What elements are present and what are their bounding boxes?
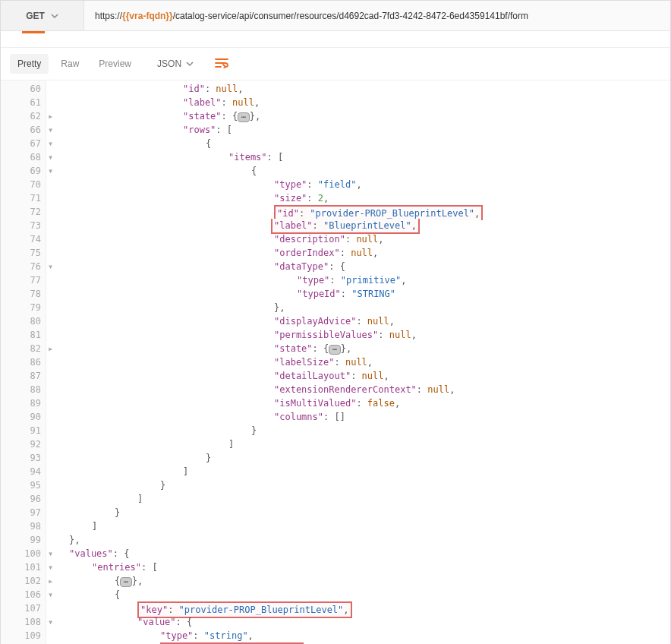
code-line: "id": "provider-PROP_BlueprintLevel", — [60, 205, 670, 219]
code-line: { — [60, 137, 670, 150]
fold-marker[interactable]: ▾ — [48, 588, 60, 601]
code-line: } — [60, 424, 670, 437]
line-number: 81 — [1, 328, 41, 342]
code-line: "state": {⋯}, — [60, 109, 670, 123]
line-number: 70 — [1, 178, 41, 191]
fold-marker[interactable]: ▸ — [48, 109, 60, 123]
fold-marker — [48, 178, 60, 191]
chevron-down-icon — [51, 12, 58, 20]
fold-marker[interactable]: ▾ — [48, 123, 60, 137]
line-number: 99 — [1, 533, 41, 547]
line-number: 88 — [1, 383, 41, 396]
fold-marker — [48, 273, 60, 287]
fold-marker — [48, 478, 60, 492]
line-number: 89 — [1, 396, 41, 410]
code-line: "values": { — [60, 547, 670, 560]
fold-marker[interactable]: ▾ — [48, 560, 60, 574]
line-number: 95 — [1, 478, 41, 492]
line-number: 79 — [1, 301, 41, 314]
active-tab-indicator — [22, 31, 45, 33]
fold-marker — [48, 506, 60, 519]
code-line: "entries": [ — [60, 560, 670, 574]
code-line: "type": "field", — [60, 178, 670, 191]
collapsed-badge[interactable]: ⋯ — [238, 112, 249, 122]
line-number: 86 — [1, 355, 41, 369]
fold-marker — [48, 219, 60, 232]
wrap-line-button[interactable] — [215, 58, 228, 71]
tab-pretty[interactable]: Pretty — [10, 54, 49, 74]
tab-preview[interactable]: Preview — [91, 54, 139, 74]
fold-marker — [48, 246, 60, 260]
collapsed-badge[interactable]: ⋯ — [329, 345, 340, 355]
line-number: 80 — [1, 314, 41, 328]
code-line: "id": null, — [60, 82, 670, 96]
line-number: 77 — [1, 273, 41, 287]
fold-marker[interactable]: ▾ — [48, 164, 60, 178]
fold-marker — [48, 191, 60, 205]
line-number-gutter: 6061626667686970717273747576777879808182… — [1, 80, 46, 644]
code-line: "label": "BlueprintLevel", — [60, 219, 670, 232]
fold-marker — [48, 301, 60, 314]
response-toolbar: Pretty Raw Preview JSON — [1, 48, 670, 80]
code-line: "value": { — [60, 615, 670, 629]
fold-marker — [48, 533, 60, 547]
line-number: 75 — [1, 246, 41, 260]
tab-strip — [1, 31, 670, 48]
fold-marker[interactable]: ▾ — [48, 137, 60, 150]
line-number: 82 — [1, 342, 41, 355]
code-line: "extensionRendererContext": null, — [60, 383, 670, 396]
request-url-input[interactable]: https://{{vra-fqdn}}/catalog-service/api… — [84, 1, 670, 30]
line-number: 101 — [1, 560, 41, 574]
line-number: 76 — [1, 260, 41, 273]
line-number: 92 — [1, 437, 41, 451]
http-method-dropdown[interactable]: GET — [1, 1, 84, 30]
fold-marker — [48, 96, 60, 109]
fold-marker — [48, 396, 60, 410]
fold-marker[interactable]: ▾ — [48, 615, 60, 629]
code-content[interactable]: "id": null,"label": null,"state": {⋯},"r… — [60, 80, 670, 644]
line-number: 93 — [1, 451, 41, 465]
fold-marker[interactable]: ▸ — [48, 342, 60, 355]
fold-marker — [48, 82, 60, 96]
collapsed-badge[interactable]: ⋯ — [120, 577, 131, 587]
line-number: 100 — [1, 547, 41, 560]
code-line: "isMultiValued": false, — [60, 396, 670, 410]
line-number: 102 — [1, 574, 41, 588]
code-line: }, — [60, 301, 670, 314]
fold-marker — [48, 383, 60, 396]
fold-marker[interactable]: ▾ — [48, 547, 60, 560]
url-suffix: /catalog-service/api/consumer/resources/… — [173, 11, 528, 21]
tab-raw[interactable]: Raw — [53, 54, 87, 74]
line-number: 62 — [1, 109, 41, 123]
line-number: 60 — [1, 82, 41, 96]
line-number: 68 — [1, 150, 41, 164]
format-dropdown[interactable]: JSON — [150, 54, 201, 74]
code-line: ] — [60, 465, 670, 478]
code-line: "state": {⋯}, — [60, 342, 670, 355]
code-line: "size": 2, — [60, 191, 670, 205]
format-label: JSON — [157, 58, 181, 69]
fold-marker — [48, 519, 60, 533]
fold-marker — [48, 328, 60, 342]
fold-marker — [48, 369, 60, 383]
request-bar: GET https://{{vra-fqdn}}/catalog-service… — [1, 1, 670, 31]
fold-marker — [48, 355, 60, 369]
code-line: { — [60, 588, 670, 601]
code-line: "orderIndex": null, — [60, 246, 670, 260]
code-line: {⋯}, — [60, 574, 670, 588]
fold-marker — [48, 451, 60, 465]
code-line: { — [60, 164, 670, 178]
fold-gutter: ▸▾▾▾▾▾▸▾▾▸▾▾ — [46, 80, 60, 644]
fold-marker[interactable]: ▾ — [48, 150, 60, 164]
code-line: "dataType": { — [60, 260, 670, 273]
fold-marker — [48, 287, 60, 301]
code-line: ] — [60, 519, 670, 533]
fold-marker — [48, 492, 60, 506]
fold-marker[interactable]: ▸ — [48, 574, 60, 588]
code-line: "label": null, — [60, 96, 670, 109]
fold-marker[interactable]: ▾ — [48, 260, 60, 273]
code-line: } — [60, 451, 670, 465]
code-line: "displayAdvice": null, — [60, 314, 670, 328]
fold-marker — [48, 629, 60, 642]
fold-marker — [48, 314, 60, 328]
